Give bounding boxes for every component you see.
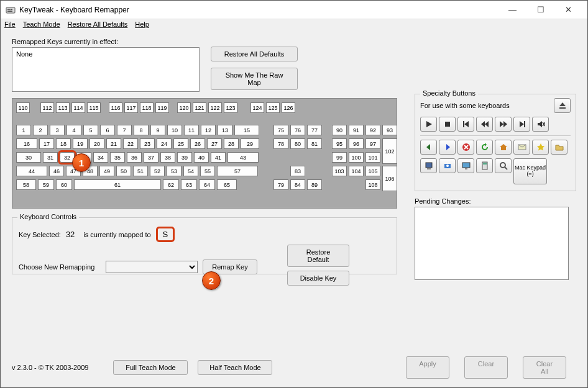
key-119[interactable]: 119 [155,102,169,113]
key-20[interactable]: 20 [90,138,104,149]
cancel-button[interactable] [457,140,474,155]
restore-default-button[interactable]: Restore Default [287,245,349,267]
key-4[interactable]: 4 [67,125,81,135]
key-125[interactable]: 125 [266,102,280,113]
rewind-button[interactable] [476,117,493,132]
key-122[interactable]: 122 [208,102,222,113]
remapped-keys-list[interactable]: None [12,47,200,92]
key-64[interactable]: 64 [199,179,215,190]
key-96[interactable]: 96 [349,138,364,149]
mute-button[interactable] [532,117,549,132]
play-button[interactable] [420,117,437,132]
half-teach-mode-button[interactable]: Half Teach Mode [198,360,272,375]
key-91[interactable]: 91 [349,125,364,135]
key-9[interactable]: 9 [150,125,165,135]
key-30[interactable]: 30 [16,152,41,163]
clear-button[interactable]: Clear [464,356,508,379]
home-button[interactable] [495,140,512,155]
key-17[interactable]: 17 [39,138,54,149]
key-101[interactable]: 101 [365,152,380,163]
key-52[interactable]: 52 [150,166,165,176]
key-77[interactable]: 77 [307,125,322,135]
fast-forward-button[interactable] [495,117,512,132]
forward-button[interactable] [439,140,456,155]
key-76[interactable]: 76 [290,125,305,135]
key-49[interactable]: 49 [99,166,114,176]
key-10[interactable]: 10 [167,125,182,135]
key-104[interactable]: 104 [349,166,364,176]
key-15[interactable]: 15 [234,125,259,135]
key-2[interactable]: 2 [33,125,48,135]
key-29[interactable]: 29 [241,138,259,149]
key-117[interactable]: 117 [124,102,138,113]
key-26[interactable]: 26 [190,138,205,149]
key-79[interactable]: 79 [273,179,288,190]
key-43[interactable]: 43 [227,152,259,163]
menu-restore-defaults[interactable]: Restore All Defaults [68,20,128,30]
key-65[interactable]: 65 [217,179,237,190]
key-63[interactable]: 63 [181,179,197,190]
key-115[interactable]: 115 [87,102,101,113]
key-62[interactable]: 62 [163,179,179,190]
key-25[interactable]: 25 [173,138,188,149]
key-78[interactable]: 78 [273,138,288,149]
eject-button[interactable] [554,98,571,113]
key-81[interactable]: 81 [307,138,322,149]
key-46[interactable]: 46 [49,166,64,176]
folder-button[interactable] [551,140,567,155]
key-39[interactable]: 39 [177,152,192,163]
key-23[interactable]: 23 [140,138,155,149]
key-120[interactable]: 120 [177,102,191,113]
key-102[interactable]: 102 [382,138,397,164]
key-80[interactable]: 80 [290,138,305,149]
pending-changes-list[interactable] [415,207,569,280]
key-11[interactable]: 11 [184,125,199,135]
key-89[interactable]: 89 [307,179,322,190]
next-track-button[interactable] [513,117,530,132]
key-51[interactable]: 51 [133,166,148,176]
key-21[interactable]: 21 [106,138,121,149]
key-113[interactable]: 113 [56,102,70,113]
key-34[interactable]: 34 [93,152,108,163]
key-110[interactable]: 110 [16,102,30,113]
apply-button[interactable]: Apply [406,356,449,379]
key-19[interactable]: 19 [73,138,88,149]
close-button[interactable]: ✕ [554,1,582,19]
key-92[interactable]: 92 [365,125,380,135]
key-50[interactable]: 50 [116,166,131,176]
key-37[interactable]: 37 [144,152,158,163]
stop-button[interactable] [439,117,456,132]
key-97[interactable]: 97 [365,138,380,149]
show-raw-map-button[interactable]: Show Me The Raw Map [211,68,298,90]
search-button[interactable] [495,158,512,173]
key-121[interactable]: 121 [193,102,206,113]
key-40[interactable]: 40 [194,152,209,163]
key-106[interactable]: 106 [382,166,397,191]
key-12[interactable]: 12 [201,125,216,135]
minimize-button[interactable]: — [498,1,526,19]
menu-help[interactable]: Help [135,20,149,30]
key-54[interactable]: 54 [183,166,198,176]
key-1[interactable]: 1 [16,125,31,135]
prev-track-button[interactable] [457,117,474,132]
clear-all-button[interactable]: Clear All [523,356,566,379]
key-61[interactable]: 61 [74,179,161,190]
key-103[interactable]: 103 [332,166,347,176]
favorites-button[interactable] [532,140,549,155]
disable-key-button[interactable]: Disable Key [287,271,349,286]
key-7[interactable]: 7 [117,125,132,135]
mac-keypad-button[interactable]: Mac Keypad (=) [513,158,547,184]
key-105[interactable]: 105 [365,166,380,176]
key-35[interactable]: 35 [110,152,125,163]
restore-all-defaults-button[interactable]: Restore All Defaults [211,47,298,61]
full-teach-mode-button[interactable]: Full Teach Mode [113,360,188,375]
key-118[interactable]: 118 [140,102,154,113]
key-28[interactable]: 28 [224,138,239,149]
key-60[interactable]: 60 [56,179,72,190]
key-126[interactable]: 126 [282,102,295,113]
key-18[interactable]: 18 [56,138,71,149]
key-99[interactable]: 99 [332,152,347,163]
key-90[interactable]: 90 [332,125,347,135]
key-116[interactable]: 116 [109,102,122,113]
key-5[interactable]: 5 [83,125,98,135]
